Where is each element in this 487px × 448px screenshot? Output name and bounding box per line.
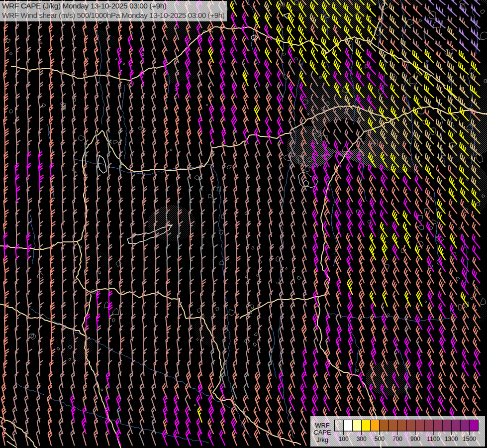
svg-text:100: 100: [339, 436, 349, 443]
svg-text:WRF Wind shear (m/s) 500/1000h: WRF Wind shear (m/s) 500/1000hPa Monday …: [2, 11, 225, 19]
svg-text:J/kg: J/kg: [316, 436, 328, 444]
svg-text:CAPE: CAPE: [313, 429, 331, 436]
svg-text:1300: 1300: [445, 436, 458, 443]
svg-text:WRF CAPE (J/kg) Monday 13-10-2: WRF CAPE (J/kg) Monday 13-10-2025 03:00 …: [2, 1, 167, 10]
svg-text:1100: 1100: [427, 436, 440, 443]
svg-text:900: 900: [410, 436, 420, 443]
svg-text:300: 300: [357, 436, 367, 443]
svg-text:700: 700: [392, 436, 402, 443]
svg-text:500: 500: [375, 436, 385, 443]
svg-text:WRF: WRF: [315, 422, 330, 429]
svg-text:1500: 1500: [463, 436, 476, 443]
